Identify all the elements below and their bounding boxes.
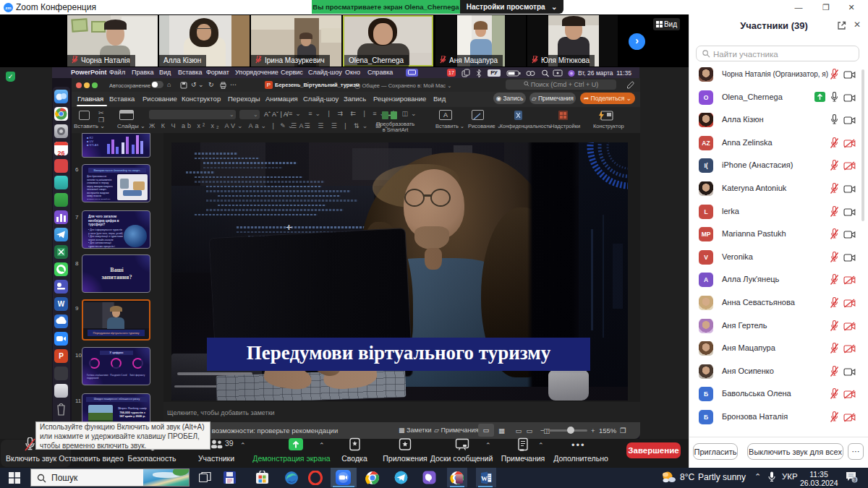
svg-text:3: 3 [854, 477, 856, 482]
svg-text:W: W [481, 475, 488, 482]
